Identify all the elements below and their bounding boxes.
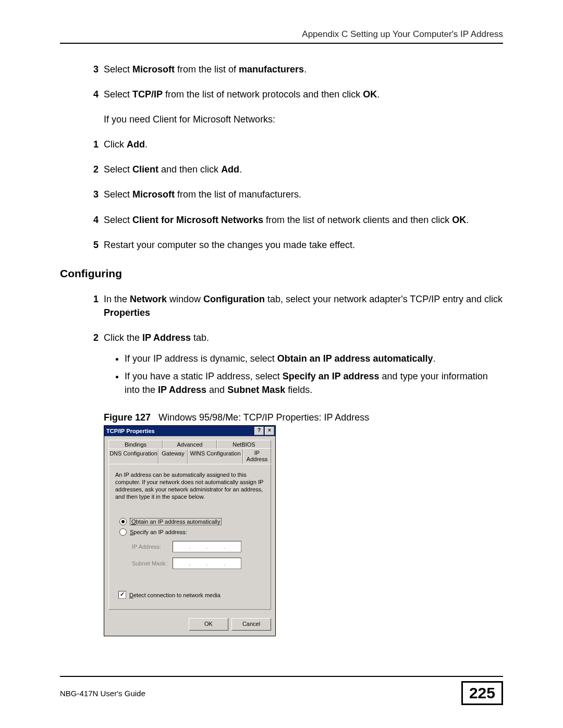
guide-name: NBG-417N User's Guide <box>60 689 145 698</box>
step-item: 3 Select Microsoft from the list of manu… <box>85 63 503 76</box>
step-item: 3 Select Microsoft from the list of manu… <box>85 188 503 201</box>
bullet-list: If your IP address is dynamic, select Ob… <box>125 352 503 397</box>
figure-caption: Figure 127 Windows 95/98/Me: TCP/IP Prop… <box>104 412 503 423</box>
tab-bindings[interactable]: Bindings <box>108 440 163 449</box>
step-item: 5 Restart your computer so the changes y… <box>85 238 503 252</box>
tab-netbios[interactable]: NetBIOS <box>217 440 271 449</box>
close-icon[interactable]: × <box>265 427 274 435</box>
paragraph: If you need Client for Microsoft Network… <box>104 113 503 126</box>
step-text: In the Network window Configuration tab,… <box>104 292 503 319</box>
step-text: Select Microsoft from the list of manufa… <box>104 63 503 76</box>
step-item: 1 In the Network window Configuration ta… <box>85 292 503 319</box>
checkbox-icon: ✓ <box>118 591 126 599</box>
step-number: 1 <box>85 138 99 151</box>
appendix-header: Appendix C Setting up Your Computer's IP… <box>60 29 503 44</box>
step-text: Select Microsoft from the list of manufa… <box>104 188 503 201</box>
step-number: 2 <box>85 331 99 344</box>
dialog-buttons: OK Cancel <box>104 614 275 636</box>
step-number: 5 <box>85 238 99 252</box>
step-list-a: 3 Select Microsoft from the list of manu… <box>85 63 503 101</box>
radio-label: Specify an IP address: <box>130 529 187 535</box>
step-item: 2 Select Client and then click Add. <box>85 163 503 176</box>
radio-label: Obtain an IP address automatically <box>130 518 222 525</box>
tcpip-properties-dialog: TCP/IP Properties ? × Bindings Advanced … <box>104 425 276 636</box>
figure-label: Figure 127 <box>104 412 151 423</box>
tab-ip-address[interactable]: IP Address <box>243 448 271 464</box>
cancel-button[interactable]: Cancel <box>231 618 271 631</box>
bullet-item: If you have a static IP address, select … <box>125 369 503 397</box>
step-item: 4 Select TCP/IP from the list of network… <box>85 88 503 101</box>
ip-address-field: IP Address: ... <box>132 541 264 552</box>
page-number: 225 <box>461 681 503 705</box>
step-number: 1 <box>85 292 99 306</box>
step-list-c: 1 In the Network window Configuration ta… <box>85 292 503 401</box>
radio-icon <box>119 518 127 525</box>
step-list-b: 1 Click Add. 2 Select Client and then cl… <box>85 138 503 251</box>
step-text: Click the IP Address tab. If your IP add… <box>104 331 503 401</box>
step-item: 4 Select Client for Microsoft Networks f… <box>85 213 503 227</box>
page: Appendix C Setting up Your Computer's IP… <box>0 0 563 728</box>
radio-obtain-auto[interactable]: Obtain an IP address automatically <box>119 518 264 525</box>
step-item: 1 Click Add. <box>85 138 503 151</box>
figure-title: Windows 95/98/Me: TCP/IP Properties: IP … <box>158 412 369 423</box>
tab-dns-configuration[interactable]: DNS Configuration <box>108 449 158 464</box>
titlebar: TCP/IP Properties ? × <box>104 426 275 436</box>
step-text: Click Add. <box>104 138 503 151</box>
step-number: 4 <box>85 88 99 101</box>
footer: NBG-417N User's Guide 225 <box>60 676 503 705</box>
radio-specify[interactable]: Specify an IP address: <box>119 528 264 536</box>
tab-panel: An IP address can be automatically assig… <box>108 464 271 610</box>
step-text: Select TCP/IP from the list of network p… <box>104 88 503 101</box>
step-number: 2 <box>85 163 99 176</box>
section-heading-configuring: Configuring <box>60 267 503 280</box>
step-text: Select Client for Microsoft Networks fro… <box>104 213 503 227</box>
step-item: 2 Click the IP Address tab. If your IP a… <box>85 331 503 401</box>
subnet-mask-input[interactable]: ... <box>173 558 241 569</box>
detect-connection-checkbox[interactable]: ✓ Detect connection to network media <box>118 591 264 599</box>
dialog-description: An IP address can be automatically assig… <box>115 472 264 500</box>
step-number: 3 <box>85 63 99 76</box>
step-text: Restart your computer so the changes you… <box>104 238 503 252</box>
step-text-inner: Click the IP Address tab. <box>104 332 209 343</box>
tabs-row-1: Bindings Advanced NetBIOS <box>108 439 271 448</box>
subnet-mask-field: Subnet Mask: ... <box>132 558 264 569</box>
field-label: Subnet Mask: <box>132 560 173 566</box>
bullet-item: If your IP address is dynamic, select Ob… <box>125 352 503 365</box>
tab-wins-configuration[interactable]: WINS Configuration <box>188 449 243 464</box>
dialog-body: Bindings Advanced NetBIOS DNS Configurat… <box>104 436 275 614</box>
help-icon[interactable]: ? <box>254 427 264 435</box>
ok-button[interactable]: OK <box>189 618 228 631</box>
ip-address-input[interactable]: ... <box>173 541 241 552</box>
dialog-title: TCP/IP Properties <box>106 428 253 434</box>
checkbox-label: Detect connection to network media <box>129 592 221 598</box>
step-text: Select Client and then click Add. <box>104 163 503 176</box>
radio-icon <box>119 528 127 536</box>
tabs-row-2: DNS Configuration Gateway WINS Configura… <box>108 448 271 464</box>
field-label: IP Address: <box>132 544 173 550</box>
step-number: 4 <box>85 213 99 227</box>
step-number: 3 <box>85 188 99 201</box>
tab-gateway[interactable]: Gateway <box>158 449 188 464</box>
tab-advanced[interactable]: Advanced <box>163 440 217 449</box>
